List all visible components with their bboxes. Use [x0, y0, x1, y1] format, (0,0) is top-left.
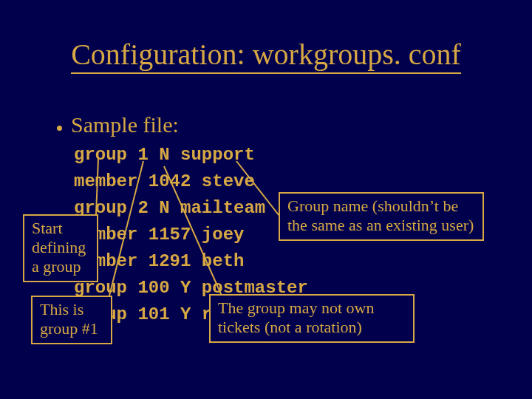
code-line-2: member 1042 steve [74, 171, 255, 191]
code-line-3: group 2 N mailteam [74, 198, 265, 218]
callout-group-number: This is group #1 [31, 296, 112, 344]
bullet-marker [57, 126, 62, 131]
code-line-5: member 1291 beth [74, 251, 244, 271]
bullet-text: Sample file: [71, 112, 179, 137]
code-line-4: member 1157 joey [74, 225, 244, 245]
code-line-1: group 1 N support [74, 145, 255, 165]
callout-start-defining: Start defining a group [23, 214, 98, 282]
callout-may-not-own: The group may not own tickets (not a rot… [209, 294, 415, 343]
title-underline [71, 72, 461, 74]
slide-title: Configuration: workgroups. conf [0, 37, 532, 72]
callout-group-name: Group name (shouldn’t be the same as an … [279, 192, 484, 241]
